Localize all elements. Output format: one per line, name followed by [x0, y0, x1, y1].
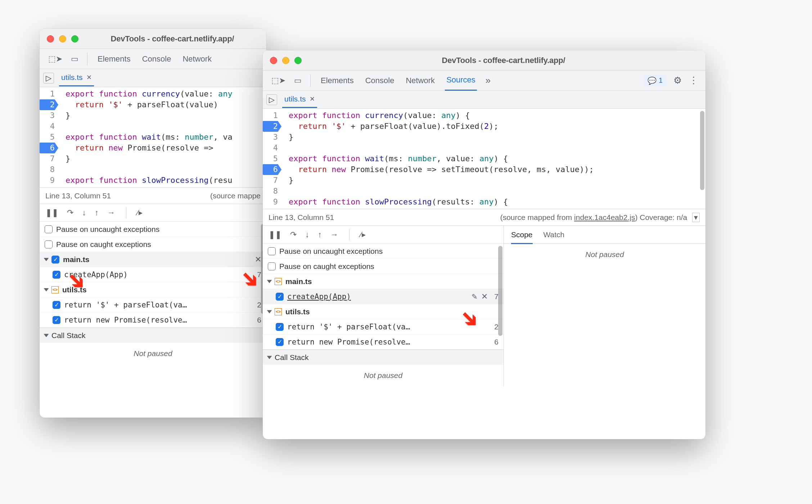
close-window-icon[interactable]: [270, 57, 277, 64]
step-icon[interactable]: →: [330, 230, 338, 239]
code-line[interactable]: }: [289, 175, 594, 186]
step-over-icon[interactable]: ↷: [290, 230, 297, 239]
code-line[interactable]: export function wait(ms: number, value: …: [289, 153, 594, 164]
line-number[interactable]: 2: [40, 99, 55, 110]
code-line[interactable]: export function slowProcessing(resu: [66, 175, 233, 186]
code-line[interactable]: export function slowProcessing(results: …: [289, 197, 594, 207]
pause-uncaught-row[interactable]: Pause on uncaught exceptions: [263, 244, 504, 259]
minimize-window-icon[interactable]: [282, 57, 289, 64]
checkbox[interactable]: [45, 225, 53, 233]
checkbox[interactable]: [45, 240, 53, 248]
line-number[interactable]: 5: [263, 153, 278, 164]
checkbox[interactable]: [276, 323, 284, 331]
line-number[interactable]: 6: [40, 143, 55, 153]
line-number[interactable]: 2: [263, 121, 278, 132]
line-number[interactable]: 5: [40, 132, 55, 143]
checkbox[interactable]: [53, 301, 60, 309]
remove-icon[interactable]: ✕: [255, 255, 261, 264]
code-line[interactable]: return '$' + parseFloat(value): [66, 99, 233, 110]
deactivate-breakpoints-icon[interactable]: ⁄▸: [360, 230, 366, 239]
step-out-icon[interactable]: ↑: [95, 208, 99, 217]
file-tab-utils[interactable]: utils.ts ✕: [282, 91, 317, 108]
issues-button[interactable]: 💬 1: [644, 75, 666, 86]
disclosure-triangle-icon[interactable]: [44, 258, 49, 261]
disclosure-triangle-icon[interactable]: [267, 280, 272, 283]
pause-caught-row[interactable]: Pause on caught exceptions: [263, 259, 504, 274]
breakpoint-file-group[interactable]: main.ts✕: [40, 252, 266, 267]
line-number[interactable]: 9: [40, 175, 55, 186]
kebab-menu-icon[interactable]: ⋮: [689, 75, 698, 86]
checkbox[interactable]: [268, 247, 276, 255]
code-line[interactable]: [66, 121, 233, 132]
line-number[interactable]: 6: [263, 164, 278, 175]
code-line[interactable]: return new Promise(resolve => setTimeout…: [289, 164, 594, 175]
deactivate-breakpoints-icon[interactable]: ⁄▸: [137, 208, 143, 217]
disclosure-triangle-icon[interactable]: [44, 288, 49, 291]
tab-elements[interactable]: Elements: [96, 49, 132, 69]
code-line[interactable]: }: [66, 153, 233, 164]
line-number[interactable]: 4: [263, 143, 278, 153]
tab-watch[interactable]: Watch: [543, 230, 565, 239]
tab-network[interactable]: Network: [404, 71, 436, 90]
step-out-icon[interactable]: ↑: [318, 230, 322, 239]
code-line[interactable]: return new Promise(resolve =>: [66, 143, 233, 153]
disclosure-triangle-icon[interactable]: [267, 310, 272, 313]
line-number[interactable]: 1: [40, 89, 55, 99]
code-line[interactable]: return '$' + parseFloat(value).toFixed(2…: [289, 121, 594, 132]
tab-scope[interactable]: Scope: [511, 230, 533, 244]
pause-icon[interactable]: ❚❚: [269, 230, 281, 239]
code-line[interactable]: }: [66, 110, 233, 121]
device-toggle-icon[interactable]: ▭: [71, 54, 78, 64]
code-line[interactable]: [66, 164, 233, 175]
tab-network[interactable]: Network: [181, 49, 213, 69]
tab-sources[interactable]: Sources: [445, 70, 477, 91]
close-icon[interactable]: ✕: [86, 73, 92, 81]
more-tabs-icon[interactable]: »: [486, 75, 491, 86]
line-number[interactable]: 4: [40, 121, 55, 132]
tab-elements[interactable]: Elements: [319, 71, 355, 90]
line-number[interactable]: 7: [40, 153, 55, 164]
resume-button-icon[interactable]: ▷: [266, 94, 277, 105]
zoom-window-icon[interactable]: [71, 35, 78, 42]
checkbox[interactable]: [51, 256, 59, 264]
gear-icon[interactable]: ⚙: [673, 75, 682, 86]
dropdown-icon[interactable]: ▾: [692, 213, 700, 222]
breakpoint-item[interactable]: return new Promise(resolve…6: [40, 312, 266, 328]
minimize-window-icon[interactable]: [59, 35, 66, 42]
source-map-link[interactable]: index.1ac4eab2.js: [574, 213, 635, 221]
line-number[interactable]: 3: [40, 110, 55, 121]
checkbox[interactable]: [276, 338, 284, 346]
disclosure-triangle-icon[interactable]: [44, 334, 49, 337]
disclosure-triangle-icon[interactable]: [267, 356, 272, 359]
inspect-icon[interactable]: ⬚➤: [48, 54, 62, 64]
checkbox[interactable]: [268, 262, 276, 270]
line-number[interactable]: 9: [263, 197, 278, 207]
pause-icon[interactable]: ❚❚: [45, 208, 58, 217]
scrollbar[interactable]: [700, 111, 704, 190]
line-number[interactable]: 1: [263, 110, 278, 121]
checkbox[interactable]: [53, 271, 60, 279]
resume-button-icon[interactable]: ▷: [43, 73, 54, 84]
code-line[interactable]: [289, 186, 594, 197]
code-line[interactable]: }: [289, 132, 594, 143]
checkbox[interactable]: [276, 293, 284, 301]
step-into-icon[interactable]: ↓: [82, 208, 86, 217]
code-line[interactable]: [289, 143, 594, 153]
inspect-icon[interactable]: ⬚➤: [271, 76, 285, 85]
line-number[interactable]: 7: [263, 175, 278, 186]
line-number[interactable]: 8: [263, 186, 278, 197]
pause-uncaught-row[interactable]: Pause on uncaught exceptions: [40, 222, 266, 237]
pause-caught-row[interactable]: Pause on caught exceptions: [40, 237, 266, 252]
code-editor[interactable]: 123456789export function currency(value:…: [40, 87, 266, 187]
checkbox[interactable]: [53, 316, 60, 324]
edit-icon[interactable]: ✎: [472, 292, 478, 301]
close-window-icon[interactable]: [47, 35, 54, 42]
device-toggle-icon[interactable]: ▭: [294, 76, 302, 85]
scrollbar[interactable]: [498, 246, 502, 336]
breakpoint-file-group[interactable]: <>main.ts: [263, 274, 504, 289]
code-line[interactable]: export function currency(value: any: [66, 89, 233, 99]
zoom-window-icon[interactable]: [294, 57, 302, 64]
breakpoint-item[interactable]: return new Promise(resolve…6: [263, 334, 504, 350]
step-over-icon[interactable]: ↷: [67, 208, 73, 217]
tab-console[interactable]: Console: [141, 49, 173, 69]
